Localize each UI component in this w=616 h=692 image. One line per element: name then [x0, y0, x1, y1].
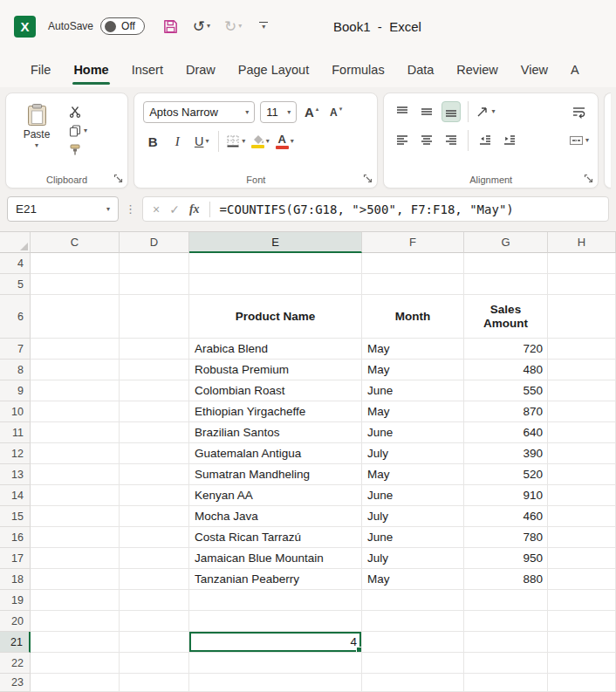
row-header-21[interactable]: 21 — [0, 632, 31, 653]
wrap-text-button[interactable] — [570, 101, 589, 122]
formula-input-area[interactable]: × ✓ fx =COUNTIFS(G7:G18, ">500", F7:F18,… — [142, 196, 609, 222]
cell-H10[interactable] — [548, 401, 616, 422]
cell-E5[interactable] — [189, 274, 362, 295]
cell-F20[interactable] — [362, 611, 464, 632]
align-middle-button[interactable] — [417, 101, 436, 122]
cell-F4[interactable] — [362, 253, 464, 274]
font-size-combobox[interactable]: 11 ▾ — [260, 101, 297, 123]
cell-E9[interactable]: Colombian Roast — [189, 380, 362, 401]
cell-F18[interactable]: May — [362, 569, 464, 590]
cell-E4[interactable] — [189, 253, 362, 274]
row-header-22[interactable]: 22 — [0, 653, 31, 674]
cell-G15[interactable]: 460 — [464, 506, 548, 527]
align-right-button[interactable] — [441, 130, 461, 151]
cell-C5[interactable] — [31, 274, 120, 295]
tab-data[interactable]: Data — [396, 52, 446, 87]
cell-G13[interactable]: 520 — [464, 464, 548, 485]
column-header-F[interactable]: F — [362, 232, 464, 253]
decrease-font-size-button[interactable]: A ▾ — [326, 102, 346, 123]
cell-D10[interactable] — [120, 401, 189, 422]
cell-G11[interactable]: 640 — [464, 422, 548, 443]
cell-D9[interactable] — [120, 380, 189, 401]
cell-F5[interactable] — [362, 274, 464, 295]
cell-E8[interactable]: Robusta Premium — [189, 360, 362, 380]
cell-H12[interactable] — [548, 443, 616, 464]
cell-C13[interactable] — [31, 464, 120, 485]
cell-G10[interactable]: 870 — [464, 401, 548, 422]
tab-home[interactable]: Home — [62, 52, 120, 87]
cell-H8[interactable] — [548, 360, 616, 380]
cell-D23[interactable] — [120, 674, 189, 692]
row-header-16[interactable]: 16 — [0, 527, 31, 548]
cell-H19[interactable] — [548, 590, 616, 611]
cell-E13[interactable]: Sumatran Mandheling — [189, 464, 362, 485]
cell-C21[interactable] — [31, 632, 120, 653]
cell-D13[interactable] — [120, 464, 189, 485]
cell-G21[interactable] — [464, 632, 548, 653]
row-header-13[interactable]: 13 — [0, 464, 31, 485]
row-header-15[interactable]: 15 — [0, 506, 31, 527]
cell-E10[interactable]: Ethiopian Yirgacheffe — [189, 401, 362, 422]
autosave-toggle[interactable]: Off — [100, 17, 145, 35]
cell-E22[interactable] — [189, 653, 362, 674]
cell-G8[interactable]: 480 — [464, 360, 548, 380]
cell-D14[interactable] — [120, 485, 189, 506]
cell-D18[interactable] — [120, 569, 189, 590]
cell-F10[interactable]: May — [362, 401, 464, 422]
tab-formulas[interactable]: Formulas — [320, 52, 395, 87]
save-button[interactable] — [162, 18, 179, 35]
select-all-corner[interactable] — [0, 232, 31, 253]
cell-G22[interactable] — [464, 653, 548, 674]
cell-G14[interactable]: 910 — [464, 485, 548, 506]
row-header-19[interactable]: 19 — [0, 590, 31, 611]
cell-D4[interactable] — [120, 253, 189, 274]
borders-button[interactable]: ▾ — [226, 131, 245, 152]
cell-C4[interactable] — [31, 253, 120, 274]
cell-E18[interactable]: Tanzanian Peaberry — [189, 569, 362, 590]
tab-page-layout[interactable]: Page Layout — [227, 52, 320, 87]
font-name-combobox[interactable]: Aptos Narrow ▾ — [143, 101, 255, 123]
font-dialog-launcher[interactable] — [363, 174, 373, 183]
cell-F23[interactable] — [362, 674, 464, 692]
cell-D7[interactable] — [120, 339, 189, 360]
cell-C15[interactable] — [31, 506, 120, 527]
cell-C12[interactable] — [31, 443, 120, 464]
cell-H6[interactable] — [548, 295, 616, 339]
cell-H13[interactable] — [548, 464, 616, 485]
cell-F7[interactable]: May — [362, 339, 464, 360]
cell-H7[interactable] — [548, 339, 616, 360]
clipboard-dialog-launcher[interactable] — [113, 174, 123, 183]
excel-logo-icon[interactable]: X — [14, 16, 36, 38]
cell-E14[interactable]: Kenyan AA — [189, 485, 362, 506]
column-header-D[interactable]: D — [120, 232, 189, 253]
cell-H23[interactable] — [548, 674, 616, 692]
row-header-9[interactable]: 9 — [0, 380, 31, 401]
cell-H5[interactable] — [548, 274, 616, 295]
row-header-20[interactable]: 20 — [0, 611, 31, 632]
cell-F21[interactable] — [362, 632, 464, 653]
tab-view[interactable]: View — [510, 52, 559, 87]
cell-G19[interactable] — [464, 590, 548, 611]
row-header-8[interactable]: 8 — [0, 360, 31, 380]
row-header-23[interactable]: 23 — [0, 674, 31, 692]
cancel-icon[interactable]: × — [153, 203, 160, 216]
align-center-button[interactable] — [417, 130, 436, 151]
cell-H11[interactable] — [548, 422, 616, 443]
cell-E23[interactable] — [189, 674, 362, 692]
cell-F13[interactable]: May — [362, 464, 464, 485]
tab-review[interactable]: Review — [445, 52, 510, 87]
row-header-6[interactable]: 6 — [0, 295, 31, 339]
cell-E16[interactable]: Costa Rican Tarrazú — [189, 527, 362, 548]
row-header-4[interactable]: 4 — [0, 253, 31, 274]
cell-E17[interactable]: Jamaican Blue Mountain — [189, 548, 362, 569]
decrease-indent-button[interactable] — [476, 130, 495, 151]
orientation-button[interactable]: ▾ — [476, 101, 495, 122]
copy-button[interactable]: ▾ — [69, 125, 87, 137]
bold-button[interactable]: B — [143, 131, 162, 152]
row-header-18[interactable]: 18 — [0, 569, 31, 590]
cell-C7[interactable] — [31, 339, 120, 360]
cell-F12[interactable]: July — [362, 443, 464, 464]
cell-C18[interactable] — [31, 569, 120, 590]
tab-insert[interactable]: Insert — [120, 52, 175, 87]
cell-D6[interactable] — [120, 295, 189, 339]
